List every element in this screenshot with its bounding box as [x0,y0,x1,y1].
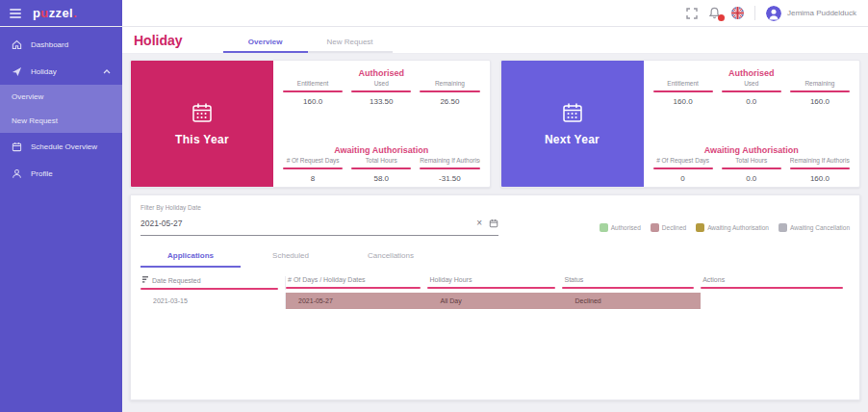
sidebar-item-schedule-overview[interactable]: Schedule Overview [0,133,122,160]
summary-cards: This Year Authorised Entitlement160.0 Us… [130,60,860,188]
holiday-icon [12,66,22,77]
user-name: Jemima Puddelduck [787,9,856,17]
top-bar: puzzel. [0,0,868,27]
filter-date-input[interactable] [140,219,476,228]
page-tabs: Overview New Request [223,38,393,53]
stat-total-hours: Total Hours58.0 [351,157,411,183]
legend-awaiting-cancellation: Awaiting Cancellation [779,223,850,232]
stat-entitlement: Entitlement160.0 [283,80,343,106]
sidebar-header: puzzel. [0,0,122,26]
sidebar-item-profile[interactable]: Profile [0,160,122,187]
notifications-bell-icon[interactable] [708,7,721,19]
tab-applications[interactable]: Applications [140,248,241,268]
sidebar-item-label: Holiday [31,67,57,76]
table-header: Date Requested # Of Days / Holiday Dates… [140,276,850,290]
legend-declined: Declined [651,223,686,232]
column-header-holiday-dates: # Of Days / Holiday Dates [286,276,427,290]
chevron-up-icon [103,67,111,76]
stat-entitlement: Entitlement160.0 [653,80,713,106]
this-year-stats: Authorised Entitlement160.0 Used133.50 R… [273,61,490,187]
sidebar-item-new-request[interactable]: New Request [0,109,122,133]
applications-panel: Filter By Holiday Date × Authorised Decl… [130,194,860,400]
sidebar-item-overview[interactable]: Overview [0,85,122,109]
applications-tabs: Applications Scheduled Cancellations [140,248,850,268]
sidebar-item-dashboard[interactable]: Dashboard [0,31,122,58]
this-year-card: This Year Authorised Entitlement160.0 Us… [130,60,491,188]
stat-remaining: Remaining26.50 [420,80,479,106]
legend-awaiting-authorisation: Awaiting Authorisation [696,223,769,232]
stat-used: Used133.50 [351,80,411,106]
stat-used: Used0.0 [722,80,781,106]
applications-table: Date Requested # Of Days / Holiday Dates… [140,276,850,309]
legend-swatch [779,223,787,232]
this-year-block: This Year [131,61,273,187]
page-title: Holiday [134,33,183,48]
notification-badge [718,14,725,21]
stat-remaining-if-authorised: Remaining If Authorised160.0 [790,157,850,183]
sidebar-item-label: Dashboard [31,40,68,49]
legend-swatch [696,223,704,232]
holiday-date-filter: Filter By Holiday Date × [140,204,498,236]
cell-holiday-dates: 2021-05-27 [286,293,427,309]
section-title: Authorised [653,68,851,78]
avatar [766,6,781,21]
column-header-date-requested[interactable]: Date Requested [140,276,286,290]
fullscreen-icon[interactable] [686,8,698,19]
section-title: Awaiting Authorisation [283,145,480,155]
card-label: Next Year [545,133,600,146]
application-row[interactable]: 2021-03-15 2021-05-27 All Day Declined [140,293,850,309]
legend-authorised: Authorised [600,223,641,232]
top-bar-actions: Jemima Puddelduck [122,0,868,26]
page-content: This Year Authorised Entitlement160.0 Us… [122,54,868,412]
cell-holiday-hours: All Day [427,293,562,309]
top-bar-divider [754,6,755,20]
clear-filter-icon[interactable]: × [476,219,482,228]
section-title: Authorised [283,68,480,78]
column-header-actions: Actions [701,276,850,290]
next-year-card: Next Year Authorised Entitlement160.0 Us… [500,60,861,188]
page-header: Holiday Overview New Request [122,27,868,54]
sort-icon[interactable] [142,276,148,284]
tab-scheduled[interactable]: Scheduled [241,248,341,268]
column-header-holiday-hours: Holiday Hours [427,276,562,290]
cell-date-requested: 2021-03-15 [140,293,286,309]
tab-cancellations[interactable]: Cancellations [341,248,441,268]
user-menu[interactable]: Jemima Puddelduck [766,6,856,21]
stat-remaining-if-authorised: Remaining If Authorised-31.50 [420,157,479,183]
sidebar-item-holiday[interactable]: Holiday [0,58,122,85]
legend-swatch [600,223,608,232]
main-area: Holiday Overview New Request This Year [122,27,868,412]
profile-icon [12,168,22,179]
section-title: Awaiting Authorisation [653,145,851,155]
calendar-icon [191,101,214,124]
stat-request-days: # Of Request Days8 [283,157,343,183]
stat-remaining: Remaining160.0 [790,80,850,106]
home-icon [12,39,22,50]
next-year-block: Next Year [501,61,644,187]
calendar-picker-icon[interactable] [489,215,498,232]
puzzel-logo: puzzel. [33,6,77,20]
sidebar-item-label: Schedule Overview [31,142,97,151]
column-header-status: Status [562,276,701,290]
stat-total-hours: Total Hours0.0 [722,157,781,183]
stat-request-days: # Of Request Days0 [653,157,713,183]
sidebar-holiday-submenu: Overview New Request [0,85,122,133]
sidebar-nav: Dashboard Holiday Overview New Request S… [0,27,122,412]
legend-swatch [651,223,659,232]
tab-overview[interactable]: Overview [223,38,308,53]
sidebar-item-label: New Request [12,116,58,125]
cell-status: Declined [562,293,701,309]
next-year-stats: Authorised Entitlement160.0 Used0.0 Rema… [644,61,860,187]
hamburger-menu-icon[interactable] [10,9,21,18]
calendar-icon [561,101,584,124]
sidebar-item-label: Profile [31,169,53,178]
app-window: puzzel. [0,0,868,412]
cell-actions [701,293,850,309]
card-label: This Year [175,133,229,146]
language-flag-icon[interactable] [731,7,744,19]
filter-label: Filter By Holiday Date [140,204,498,211]
status-legend: Authorised Declined Awaiting Authorisati… [600,223,850,236]
tab-new-request[interactable]: New Request [308,38,393,53]
calendar-icon [12,142,22,152]
sidebar-item-label: Overview [12,92,43,101]
